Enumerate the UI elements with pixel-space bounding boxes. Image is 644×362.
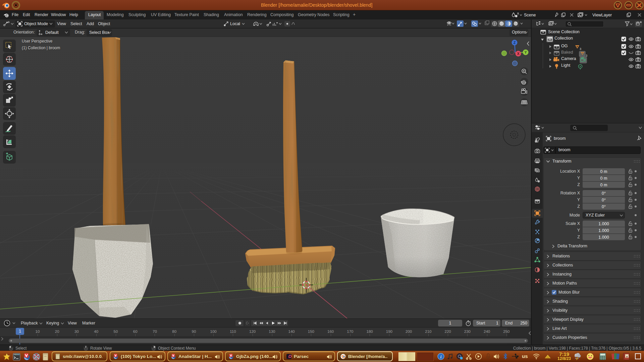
svg-text:Y: Y xyxy=(525,51,527,54)
svg-text:a: a xyxy=(626,355,628,358)
svg-text:3: 3 xyxy=(580,47,581,51)
svg-text:Z: Z xyxy=(514,41,516,45)
svg-text:X: X xyxy=(517,52,520,56)
svg-text:i: i xyxy=(440,354,442,359)
svg-text:Local: Local xyxy=(230,21,240,26)
